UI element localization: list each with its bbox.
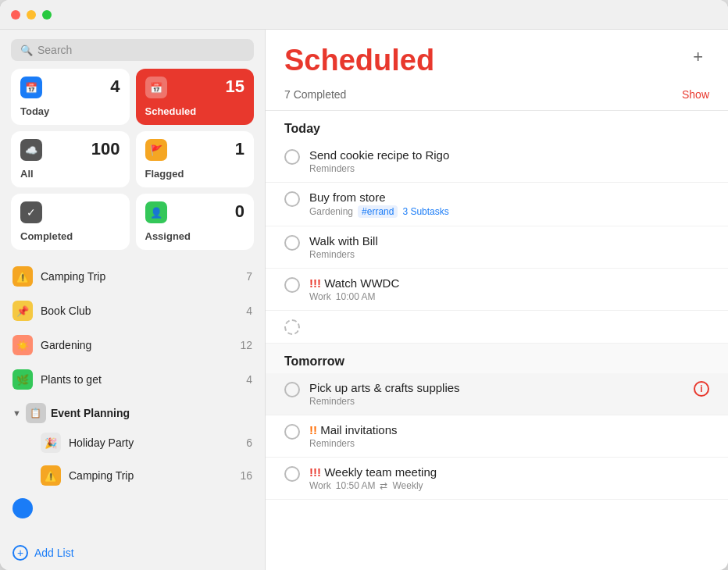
priority-indicator-4: !!!: [309, 276, 321, 290]
scheduled-label: Scheduled: [145, 105, 245, 117]
reminder-title-8: !!! Weekly team meeting: [309, 465, 709, 479]
subtasks-link[interactable]: 3 Subtasks: [402, 206, 448, 217]
reminder-checkbox-8[interactable]: [284, 466, 300, 482]
errand-tag[interactable]: #errand: [358, 205, 398, 218]
plants-to-get-name: Plants to get: [41, 373, 238, 386]
reminder-item-empty[interactable]: [266, 311, 728, 344]
camping-trip-count: 7: [246, 270, 252, 283]
plants-to-get-icon: 🌿: [12, 369, 33, 390]
info-icon-6[interactable]: i: [694, 381, 709, 397]
event-planning-icon: 📋: [26, 403, 46, 423]
sidebar: 🔍 Search 📅 4 Today: [0, 30, 266, 570]
flagged-count: 1: [235, 139, 244, 159]
reminder-title-6: Pick up arts & crafts supplies: [309, 381, 684, 394]
holiday-party-icon: 🎉: [41, 433, 61, 453]
smart-list-completed[interactable]: ✓ Completed: [11, 194, 130, 250]
all-count: 100: [91, 139, 120, 159]
reminder-item-walk-bill[interactable]: Walk with Bill Reminders: [266, 226, 728, 269]
all-icon: ☁️: [20, 139, 42, 161]
priority-indicator-8: !!!: [309, 465, 321, 479]
scheduled-icon: 📅: [145, 77, 167, 98]
smart-list-scheduled[interactable]: 📅 15 Scheduled: [136, 69, 255, 125]
reminder-title-2: Buy from store: [309, 191, 709, 204]
reminders-list: Today Send cookie recipe to Rigo Reminde…: [266, 111, 728, 570]
reminder-subtitle-4: Work 10:00 AM: [309, 291, 709, 302]
reminder-subtitle-6: Reminders: [309, 396, 684, 407]
assigned-count: 0: [235, 201, 244, 222]
completed-icon: ✓: [20, 201, 42, 223]
plants-to-get-count: 4: [246, 373, 252, 386]
event-planning-name: Event Planning: [51, 407, 130, 419]
main-header: Scheduled +: [266, 30, 728, 84]
camping-trip-icon: ⚠️: [12, 266, 33, 287]
reminder-title-4: !!! Watch WWDC: [309, 276, 709, 290]
gardening-icon: ☀️: [12, 335, 33, 355]
today-count: 4: [110, 77, 120, 97]
smart-list-flagged[interactable]: 🚩 1 Flagged: [136, 131, 255, 187]
reminder-subtitle-8: Work 10:50 AM ⇄ Weekly: [309, 480, 709, 491]
maximize-button[interactable]: [42, 10, 52, 20]
chevron-down-icon: ▼: [12, 408, 21, 418]
title-bar: [0, 0, 728, 30]
add-list-button[interactable]: + Add List: [0, 536, 265, 570]
reminder-checkbox-5[interactable]: [284, 319, 300, 335]
flagged-label: Flagged: [145, 168, 245, 180]
list-item-gardening[interactable]: ☀️ Gardening 12: [5, 328, 260, 362]
today-section-header: Today: [266, 111, 728, 141]
all-label: All: [20, 168, 120, 180]
reminder-checkbox-4[interactable]: [284, 277, 300, 293]
minimize-button[interactable]: [27, 10, 36, 20]
today-icon: 📅: [20, 77, 42, 98]
list-item-plants-to-get[interactable]: 🌿 Plants to get 4: [5, 362, 260, 397]
app-window: 🔍 Search 📅 4 Today: [0, 0, 728, 570]
reminder-subtitle-2: Gardening #errand 3 Subtasks: [309, 205, 709, 218]
reminder-title-7: !! Mail invitations: [309, 423, 709, 436]
today-label: Today: [20, 105, 120, 117]
gardening-name: Gardening: [41, 339, 232, 351]
list-item-holiday-party[interactable]: 🎉 Holiday Party 6: [5, 426, 260, 459]
camping-trip-name: Camping Trip: [41, 270, 238, 283]
search-placeholder: Search: [37, 44, 72, 56]
reminder-body-6: Pick up arts & crafts supplies Reminders: [309, 381, 684, 407]
reminder-item-mail-invitations[interactable]: !! Mail invitations Reminders: [266, 415, 728, 458]
reminder-checkbox-2[interactable]: [284, 191, 300, 207]
reminder-subtitle-1: Reminders: [309, 163, 709, 174]
reminder-title-1: Send cookie recipe to Rigo: [309, 148, 709, 162]
holiday-party-count: 6: [246, 436, 252, 449]
add-list-label: Add List: [34, 547, 74, 559]
reminder-checkbox-7[interactable]: [284, 424, 300, 440]
flagged-icon: 🚩: [145, 139, 167, 161]
holiday-party-name: Holiday Party: [69, 436, 238, 449]
smart-list-all[interactable]: ☁️ 100 All: [11, 131, 130, 187]
camping-trip-2-count: 16: [240, 469, 252, 482]
list-item-book-club[interactable]: 📌 Book Club 4: [5, 294, 260, 328]
smart-list-assigned[interactable]: 👤 0 Assigned: [136, 194, 255, 250]
smart-list-today[interactable]: 📅 4 Today: [11, 69, 130, 125]
search-icon: 🔍: [20, 45, 33, 56]
event-planning-group[interactable]: ▼ 📋 Event Planning: [5, 397, 260, 426]
reminder-item-pickup-arts[interactable]: Pick up arts & crafts supplies Reminders…: [266, 373, 728, 415]
recur-icon: ⇄: [380, 480, 387, 491]
reminder-checkbox-6[interactable]: [284, 382, 300, 397]
list-item-camping-trip[interactable]: ⚠️ Camping Trip 7: [5, 259, 260, 294]
gardening-count: 12: [240, 339, 252, 351]
reminder-body-7: !! Mail invitations Reminders: [309, 423, 709, 449]
reminder-item-send-cookie[interactable]: Send cookie recipe to Rigo Reminders: [266, 141, 728, 183]
completed-bar: 7 Completed Show: [266, 84, 728, 111]
list-item-camping-trip-2[interactable]: ⚠️ Camping Trip 16: [5, 459, 260, 492]
reminder-checkbox-1[interactable]: [284, 149, 300, 165]
reminder-body-2: Buy from store Gardening #errand 3 Subta…: [309, 191, 709, 218]
reminder-checkbox-3[interactable]: [284, 235, 300, 251]
reminder-item-watch-wwdc[interactable]: !!! Watch WWDC Work 10:00 AM: [266, 269, 728, 311]
reminder-item-weekly-meeting[interactable]: !!! Weekly team meeting Work 10:50 AM ⇄ …: [266, 458, 728, 500]
smart-lists-grid: 📅 4 Today 📅 15 Scheduled: [0, 69, 265, 259]
book-club-icon: 📌: [12, 301, 33, 321]
reminder-body-4: !!! Watch WWDC Work 10:00 AM: [309, 276, 709, 302]
book-club-count: 4: [246, 305, 252, 317]
close-button[interactable]: [11, 10, 20, 20]
add-reminder-button[interactable]: +: [687, 44, 709, 70]
reminder-item-buy-store[interactable]: Buy from store Gardening #errand 3 Subta…: [266, 183, 728, 226]
show-completed-button[interactable]: Show: [682, 88, 709, 101]
search-bar[interactable]: 🔍 Search: [11, 39, 254, 61]
camping-trip-2-name: Camping Trip: [69, 469, 232, 482]
